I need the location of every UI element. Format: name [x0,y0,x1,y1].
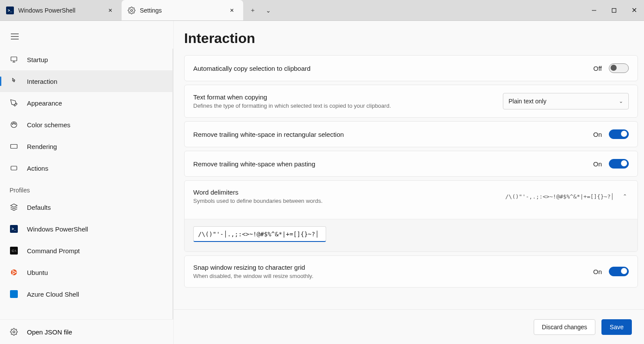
discard-changes-button[interactable]: Discard changes [534,319,595,335]
setting-snap-grid[interactable]: Snap window resizing to character grid W… [184,255,638,288]
nav-label: Startup [27,56,48,63]
setting-auto-copy[interactable]: Automatically copy selection to clipboar… [184,55,638,81]
setting-label: Remove trailing white-space when pasting [193,160,586,168]
titlebar-spacer [274,0,584,20]
footer: Discard changes Save [174,309,644,344]
sidebar-profile-ubuntu[interactable]: Ubuntu [0,261,172,283]
rendering-icon [10,142,18,151]
svg-point-23 [12,274,13,275]
word-delimiters-preview: /\()"'-,.;:<>~!@#$%^&*|+=[]{}~?│ [505,193,614,200]
setting-label: Automatically copy selection to clipboar… [193,65,586,72]
gear-icon [10,327,18,336]
setting-label: Remove trailing white-space in rectangul… [193,131,586,138]
toggle-state-text: Off [593,65,602,72]
setting-label: Word delimiters [193,189,499,196]
powershell-icon: >_ [10,225,18,233]
new-tab-dropdown[interactable]: ⌄ [262,0,274,20]
page-title: Interaction [174,21,644,55]
sidebar-profile-powershell[interactable]: >_ Windows PowerShell [0,218,172,240]
powershell-icon: >_ [6,7,14,14]
setting-word-delimiters: Word delimiters Symbols used to define b… [184,180,638,252]
toggle-snap-grid[interactable] [609,267,629,276]
svg-point-21 [15,272,17,273]
nav-label: Color schemes [27,121,70,129]
sidebar-item-actions[interactable]: Actions [0,157,172,179]
sidebar-item-startup[interactable]: Startup [0,49,172,70]
svg-point-0 [131,9,133,11]
nav-label: Command Prompt [27,247,80,255]
main: Interaction Automatically copy selection… [174,21,644,344]
toggle-trim-paste[interactable] [609,159,629,169]
nav-label: Interaction [27,78,57,85]
setting-description: When disabled, the window will resize sm… [193,273,586,279]
sidebar-item-rendering[interactable]: Rendering [0,136,172,157]
setting-text-format[interactable]: Text format when copying Defines the typ… [184,85,638,118]
appearance-icon [10,99,18,107]
svg-marker-18 [11,204,17,208]
gear-icon [128,7,135,14]
svg-point-12 [15,123,16,124]
sidebar-profile-defaults[interactable]: Defaults [0,196,172,218]
color-schemes-icon [10,120,18,129]
nav-label: Appearance [27,99,62,107]
nav-label: Actions [27,165,48,172]
setting-description: Defines the type of formatting in which … [193,103,496,109]
setting-label: Text format when copying [193,93,496,101]
setting-trim-paste[interactable]: Remove trailing white-space when pasting… [184,151,638,177]
sidebar-item-appearance[interactable]: Appearance [0,92,172,114]
save-button[interactable]: Save [601,319,632,335]
open-json-file[interactable]: Open JSON file [0,320,173,344]
nav-label: Ubuntu [27,269,48,276]
command-prompt-icon: C:\ [10,246,18,255]
actions-icon [10,164,18,172]
ubuntu-icon [10,268,18,277]
toggle-trim-rectangular[interactable] [609,129,629,139]
svg-point-22 [12,270,13,271]
nav-label: Windows PowerShell [27,225,88,233]
chevron-down-icon: ⌄ [619,98,623,104]
svg-point-24 [13,331,15,333]
tab-label: Settings [140,7,222,14]
close-window-button[interactable]: ✕ [624,0,644,20]
svg-rect-14 [11,166,17,170]
setting-header[interactable]: Word delimiters Symbols used to define b… [185,181,637,212]
interaction-icon [10,77,18,86]
maximize-button[interactable] [604,0,624,20]
toggle-state-text: On [593,131,602,138]
text-format-select[interactable]: Plain text only ⌄ [503,93,629,109]
defaults-icon [10,203,18,212]
profiles-header: Profiles [0,179,172,196]
svg-rect-6 [11,57,17,61]
nav-label: Rendering [27,143,57,150]
sidebar-item-color-schemes[interactable]: Color schemes [0,114,172,136]
nav-label: Azure Cloud Shell [27,291,79,298]
svg-rect-2 [612,8,616,12]
svg-point-10 [12,123,13,124]
tab-settings[interactable]: Settings ✕ [122,0,243,20]
sidebar: Startup Interaction Appearance Color sch… [0,21,174,344]
startup-icon [10,55,18,64]
sidebar-profile-azure[interactable]: Azure Cloud Shell [0,283,172,305]
new-tab-button[interactable]: ＋ [243,0,262,20]
hamburger-button[interactable] [6,28,23,45]
minimize-button[interactable] [584,0,604,20]
tab-powershell[interactable]: >_ Windows PowerShell ✕ [0,0,122,20]
nav-label: Open JSON file [27,328,72,336]
titlebar: >_ Windows PowerShell ✕ Settings ✕ ＋ ⌄ ✕ [0,0,644,21]
azure-icon [10,290,18,298]
toggle-state-text: On [593,160,602,168]
nav-label: Defaults [27,204,51,211]
word-delimiters-input[interactable] [193,226,326,242]
setting-trim-rectangular[interactable]: Remove trailing white-space in rectangul… [184,121,638,147]
settings-cards[interactable]: Automatically copy selection to clipboar… [174,55,644,309]
close-tab-icon[interactable]: ✕ [227,5,237,16]
select-value: Plain text only [509,98,546,105]
sidebar-item-interaction[interactable]: Interaction [0,70,172,92]
setting-description: Symbols used to define boundaries betwee… [193,198,499,204]
toggle-auto-copy[interactable] [609,63,629,73]
svg-point-11 [13,122,14,123]
chevron-up-icon: ⌃ [621,193,629,199]
sidebar-profile-command-prompt[interactable]: C:\ Command Prompt [0,240,172,261]
tab-label: Windows PowerShell [18,7,101,14]
close-tab-icon[interactable]: ✕ [105,5,116,16]
